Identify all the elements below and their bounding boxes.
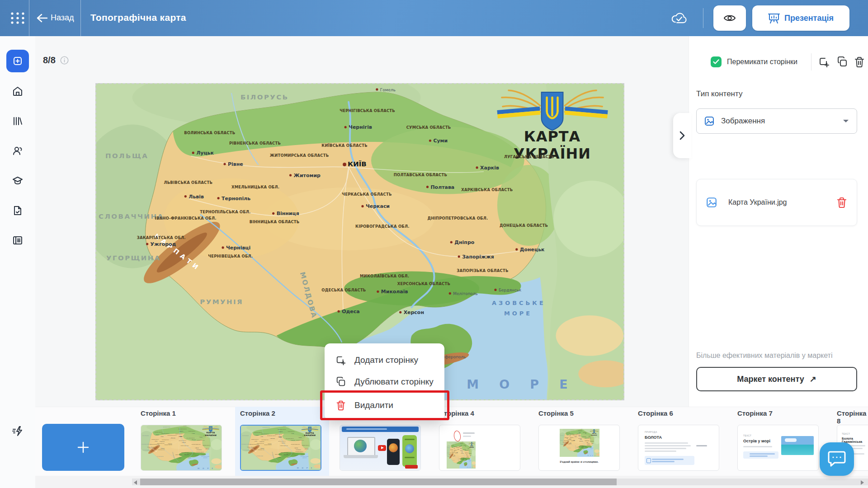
- add-page-button[interactable]: [42, 424, 124, 471]
- delete-page-icon[interactable]: [854, 56, 865, 68]
- menu-item-label: Дублювати сторінку: [354, 377, 434, 387]
- page-title: Топографічна карта: [90, 12, 186, 23]
- thumb-caption: З'єднай країни зі столицями.: [539, 460, 619, 463]
- duplicate-page-icon: [335, 376, 346, 387]
- page-thumbnail-3[interactable]: [340, 425, 421, 471]
- scroll-right-arrow[interactable]: [861, 480, 864, 485]
- page-label: Сторінка 7: [737, 409, 773, 417]
- chevron-right-icon: [679, 131, 686, 141]
- thumb-category: ПРИРОДА: [645, 431, 657, 433]
- laptop: [347, 437, 375, 457]
- delete-icon: [335, 400, 346, 411]
- presentation-button[interactable]: Презентація: [752, 5, 849, 31]
- menu-item-delete-page[interactable]: Видалити: [325, 394, 444, 417]
- menu-item-label: Видалити: [354, 400, 393, 410]
- sidebar-nav: [0, 36, 36, 488]
- scrollbar-thumb[interactable]: [140, 479, 617, 485]
- image-icon: [704, 116, 715, 127]
- apps-grid-icon[interactable]: [9, 11, 26, 25]
- page-thumbnail-1[interactable]: [141, 425, 222, 471]
- sidebar-item-library[interactable]: [12, 116, 23, 127]
- sidebar-item-create-active[interactable]: [6, 50, 29, 72]
- page-label: Сторінка 5: [538, 409, 574, 417]
- panel-collapse-flap[interactable]: [673, 113, 691, 158]
- image-icon: [706, 197, 717, 208]
- header-divider: [29, 0, 29, 36]
- menu-item-add-page[interactable]: Додати сторінку: [325, 349, 444, 371]
- sidebar-item-tests[interactable]: [12, 205, 23, 216]
- page-counter: 8/8: [43, 55, 69, 66]
- presentation-icon: [768, 12, 780, 24]
- phone-dark: [387, 439, 400, 465]
- external-arrow-icon: ↗: [810, 374, 816, 384]
- header-divider: [703, 8, 703, 28]
- eye-icon: [723, 13, 736, 23]
- add-page-icon: [335, 355, 346, 366]
- preview-button[interactable]: [713, 5, 746, 31]
- page-context-menu: Додати сторінку Дублювати сторінку Видал…: [325, 343, 444, 420]
- scroll-left-arrow[interactable]: [134, 480, 137, 485]
- page-thumbnail-7[interactable]: ТЕКСТ Острів у морі: [737, 425, 819, 471]
- phone-green: [402, 435, 417, 467]
- youtube-logo: [405, 465, 418, 469]
- chat-widget-button[interactable]: [820, 442, 854, 476]
- app-window: Назад Топографічна карта: [0, 0, 868, 488]
- toggle-pages-checkbox[interactable]: [711, 56, 722, 67]
- add-content-icon: [12, 56, 23, 66]
- market-hint: Більше ефективних матеріалів у маркеті: [696, 352, 859, 360]
- add-page-icon[interactable]: [818, 56, 830, 68]
- sidebar-item-courses[interactable]: [12, 175, 23, 186]
- chat-bubble-icon: [827, 450, 846, 468]
- toolbar-divider: [811, 53, 811, 70]
- sidebar-item-journal[interactable]: [12, 235, 23, 246]
- quick-actions-lightning-icon[interactable]: [12, 426, 23, 436]
- file-name: Карта України.jpg: [728, 198, 836, 206]
- page-thumbnail-6[interactable]: ПРИРОДА БОЛОТА: [638, 425, 719, 471]
- red-oval-annotation: [453, 430, 461, 442]
- play-button: [378, 445, 386, 451]
- page-label: Сторінка 1: [141, 409, 176, 417]
- menu-item-duplicate-page[interactable]: Дублювати сторінку: [325, 371, 444, 393]
- info-icon[interactable]: [60, 56, 69, 65]
- page-thumbnail-2-selected[interactable]: [240, 425, 321, 471]
- page-label: Сторінка 2: [240, 409, 275, 417]
- page-label: Сторінка 8: [837, 409, 868, 425]
- delete-file-icon[interactable]: [836, 197, 848, 208]
- page-thumbnail-4[interactable]: [439, 425, 520, 471]
- toggle-pages-label: Перемикати сторінки: [727, 58, 797, 66]
- back-button[interactable]: Назад: [51, 13, 74, 23]
- thumb-title: БОЛОТА: [645, 435, 662, 440]
- page-thumbnail-5[interactable]: З'єднай країни зі столицями.: [538, 425, 620, 471]
- content-type-label: Тип контенту: [696, 89, 742, 99]
- duplicate-page-icon[interactable]: [836, 56, 848, 68]
- content-type-select[interactable]: Зображення: [696, 108, 857, 134]
- sidebar-item-home[interactable]: [12, 86, 23, 97]
- header-divider: [80, 0, 81, 36]
- sidebar-item-students[interactable]: [12, 145, 23, 156]
- market-button[interactable]: Маркет контенту ↗: [696, 367, 857, 391]
- back-arrow-icon[interactable]: [36, 13, 48, 23]
- page-label: Сторінка 6: [638, 409, 673, 417]
- presentation-label: Презентація: [784, 14, 834, 23]
- sea-photo: [781, 436, 814, 455]
- thumb-title: Острів у морі: [743, 439, 770, 443]
- attached-file-card[interactable]: Карта України.jpg: [696, 179, 857, 226]
- cloud-saved-icon: [671, 10, 687, 26]
- header-bar: Назад Топографічна карта: [0, 0, 868, 36]
- caret-down-icon: [842, 119, 849, 123]
- market-button-label: Маркет контенту: [737, 375, 804, 384]
- content-type-value: Зображення: [721, 117, 842, 126]
- menu-item-label: Додати сторінку: [354, 355, 418, 365]
- page-counter-value: 8/8: [43, 55, 56, 66]
